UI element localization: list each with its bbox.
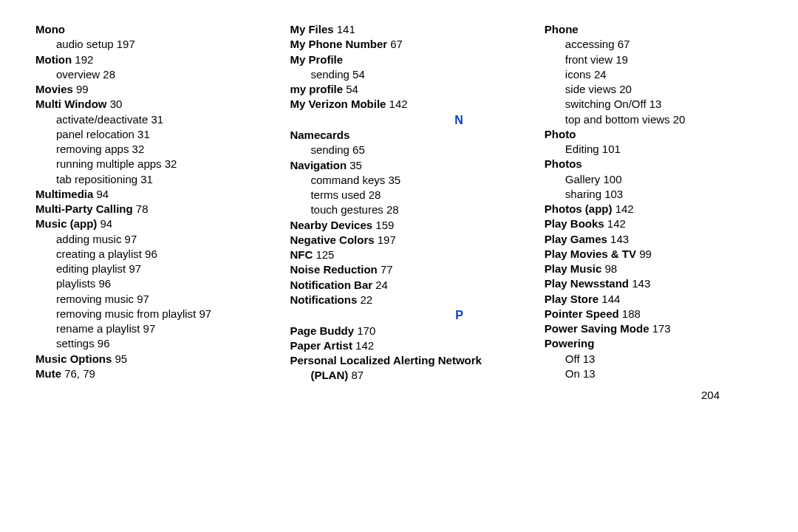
index-page-ref: 142 xyxy=(612,202,633,215)
index-entry: Photos xyxy=(545,157,763,171)
index-entry: Multi-Party Calling 78 xyxy=(35,202,290,216)
index-entry: Off 13 xyxy=(545,352,763,366)
index-entry: settings 96 xyxy=(35,336,290,351)
index-term: Play Books xyxy=(545,217,604,230)
index-page-ref: 87 xyxy=(348,369,364,381)
index-term: Music (app) xyxy=(35,217,97,230)
index-entry: NFC 125 xyxy=(290,248,544,262)
index-entry: Play Books 142 xyxy=(545,216,763,231)
index-entry: My Profile xyxy=(290,52,544,67)
index-entry: my profile 54 xyxy=(290,82,544,97)
index-entry: Motion 192 xyxy=(35,52,290,67)
index-page-ref: 173 xyxy=(649,322,671,335)
index-col-2: My Files 141My Phone Number 67My Profile… xyxy=(290,22,544,383)
index-page-ref: 94 xyxy=(93,188,109,200)
page-number: 204 xyxy=(35,388,763,403)
index-entry: Phone xyxy=(545,22,763,37)
index-entry: Multi Window 30 xyxy=(35,97,290,112)
index-term: Play Store xyxy=(545,293,598,305)
index-term: Negative Colors xyxy=(290,233,374,246)
index-term: Personal Localized Alerting Network xyxy=(290,354,482,366)
index-page-ref: 54 xyxy=(343,83,358,95)
index-entry: Editing 101 xyxy=(545,142,763,157)
index-page-ref: 143 xyxy=(629,277,650,290)
index-entry: Photos (app) 142 xyxy=(545,202,763,216)
index-entry: Power Saving Mode 173 xyxy=(545,321,763,336)
index-term: Paper Artist xyxy=(290,339,352,352)
index-entry: side views 20 xyxy=(545,82,763,97)
index-entry: accessing 67 xyxy=(545,37,763,52)
index-entry: rename a playlist 97 xyxy=(35,321,290,336)
index-col-1: Monoaudio setup 197Motion 192overview 28… xyxy=(35,22,290,383)
index-entry: Music (app) 94 xyxy=(35,216,290,231)
index-entry: Play Music 98 xyxy=(545,262,763,276)
index-page-ref: 159 xyxy=(372,219,394,231)
index-term: Navigation xyxy=(290,159,347,171)
index-page-ref: 142 xyxy=(604,217,626,230)
index-page-ref: 143 xyxy=(607,233,629,245)
index-entry: removing music 97 xyxy=(35,292,290,307)
index-page-ref: 170 xyxy=(354,324,375,337)
index-term: Play Games xyxy=(545,233,607,245)
index-term: My Verizon Mobile xyxy=(290,98,386,110)
index-letter-p: P xyxy=(290,307,544,324)
index-columns: Monoaudio setup 197Motion 192overview 28… xyxy=(35,22,763,383)
index-term: Play Newsstand xyxy=(545,277,629,290)
index-entry: My Files 141 xyxy=(290,22,544,37)
index-entry: Page Buddy 170 xyxy=(290,324,544,338)
index-term: Pointer Speed xyxy=(545,307,619,320)
index-term: Motion xyxy=(35,53,72,66)
index-entry: removing music from playlist 97 xyxy=(35,307,290,321)
index-term: Photos (app) xyxy=(545,202,613,215)
index-term: Mute xyxy=(35,367,61,380)
index-term: Play Movies & TV xyxy=(545,248,636,260)
index-page-ref: 142 xyxy=(352,339,374,352)
index-entry: Play Movies & TV 99 xyxy=(545,247,763,262)
index-page-ref: 188 xyxy=(619,307,641,320)
index-page-ref: 24 xyxy=(372,279,388,291)
index-entry: switching On/Off 13 xyxy=(545,97,763,112)
index-entry: Music Options 95 xyxy=(35,352,290,366)
index-page-ref: 67 xyxy=(387,38,403,50)
index-term: Multi Window xyxy=(35,98,107,110)
index-term: Power Saving Mode xyxy=(545,322,649,335)
index-term: Play Music xyxy=(545,262,602,275)
index-term: NFC xyxy=(290,248,313,261)
index-term: Noise Reduction xyxy=(290,263,377,276)
index-page-ref: 125 xyxy=(313,248,334,261)
index-entry: Multimedia 94 xyxy=(35,187,290,202)
index-term: Notification Bar xyxy=(290,279,372,291)
index-entry: panel relocation 31 xyxy=(35,127,290,142)
index-term: Music Options xyxy=(35,352,112,365)
index-term: (PLAN) xyxy=(310,369,348,381)
index-term: Page Buddy xyxy=(290,324,354,337)
index-page-ref: 142 xyxy=(386,98,407,110)
index-entry: Notification Bar 24 xyxy=(290,278,544,293)
index-entry: Namecards xyxy=(290,128,544,143)
index-page-ref: 78 xyxy=(133,202,149,215)
index-page-ref: 30 xyxy=(107,98,123,110)
index-entry: Noise Reduction 77 xyxy=(290,262,544,277)
index-entry: creating a playlist 96 xyxy=(35,247,290,262)
index-entry: Personal Localized Alerting Network xyxy=(290,353,544,368)
index-entry: My Phone Number 67 xyxy=(290,37,544,52)
index-entry: front view 19 xyxy=(545,52,763,67)
index-entry: Pointer Speed 188 xyxy=(545,307,763,321)
index-page-ref: 22 xyxy=(357,293,372,306)
index-entry: On 13 xyxy=(545,366,763,381)
index-page-ref: 144 xyxy=(598,293,620,305)
index-term: Multi-Party Calling xyxy=(35,202,133,215)
index-entry: touch gestures 28 xyxy=(290,202,544,217)
index-entry: top and bottom views 20 xyxy=(545,112,763,127)
index-page-ref: 192 xyxy=(72,53,93,66)
index-term: Mono xyxy=(35,23,65,35)
index-entry: sending 65 xyxy=(290,143,544,157)
index-term: My Profile xyxy=(290,53,343,66)
index-term: Nearby Devices xyxy=(290,219,372,231)
index-page-ref: 95 xyxy=(112,352,127,365)
index-entry: tab repositioning 31 xyxy=(35,172,290,187)
index-entry: editing playlist 97 xyxy=(35,262,290,276)
index-col-3: Phoneaccessing 67front view 19icons 24si… xyxy=(545,22,763,383)
index-entry: sending 54 xyxy=(290,67,544,82)
index-entry: playlists 96 xyxy=(35,276,290,291)
